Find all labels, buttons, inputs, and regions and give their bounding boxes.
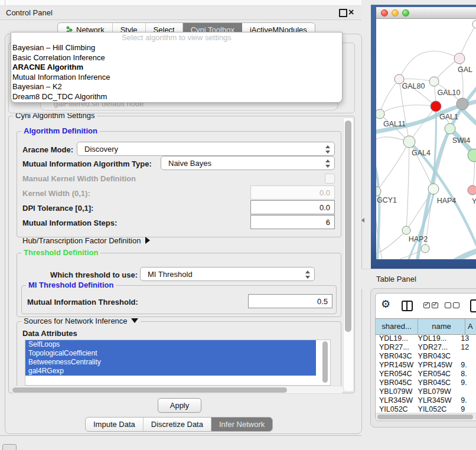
table-cell[interactable]: [457, 387, 476, 396]
table-cell[interactable]: YBL079W: [376, 387, 415, 396]
table-cell[interactable]: YER054C: [415, 370, 458, 379]
tab-discretize-data[interactable]: Discretize Data: [144, 418, 211, 431]
which-threshold-select[interactable]: MI Threshold: [140, 267, 315, 281]
table-cell[interactable]: 9.: [457, 396, 476, 405]
mi-algorithm-type-value: Naive Bayes: [168, 159, 211, 168]
settings-scrollbar-thumb[interactable]: [345, 120, 351, 332]
network-node[interactable]: [457, 98, 468, 110]
network-node-hap4[interactable]: [428, 184, 439, 194]
column-header-third[interactable]: A: [465, 319, 476, 334]
table-cell[interactable]: YLR345W: [376, 396, 415, 405]
network-node-y[interactable]: [468, 185, 476, 195]
attribute-list-item[interactable]: gal4RGexp: [25, 367, 316, 376]
mi-steps-label: Mutual Information Steps:: [22, 219, 117, 227]
settings-horizontal-scrollbar[interactable]: [11, 386, 344, 394]
apply-button[interactable]: Apply: [158, 398, 201, 413]
zoom-traffic-light-icon[interactable]: [402, 9, 409, 17]
table-hscroll-thumb[interactable]: [377, 415, 473, 419]
network-view-window[interactable]: GALGAL80GAL10GAL1GAL11SWI4GAL4GCY1HAP4YH…: [371, 5, 476, 269]
table-cell[interactable]: YDL19...: [415, 334, 458, 343]
table-cell[interactable]: YER054C: [376, 370, 415, 379]
attribute-list-item[interactable]: SelfLoops: [25, 340, 316, 349]
table-row[interactable]: YBR045CYBR045C9.: [376, 379, 476, 387]
algorithm-option-dream8[interactable]: Dream8 DC_TDC Algorithm: [11, 92, 342, 102]
network-window-titlebar[interactable]: [376, 7, 476, 19]
settings-vertical-scrollbar[interactable]: [343, 118, 354, 392]
float-window-icon[interactable]: [339, 9, 347, 17]
table-cell[interactable]: YPR145W: [415, 361, 458, 370]
algorithm-option-bayesian-hill-climbing[interactable]: Bayesian – Hill Climbing: [11, 43, 342, 53]
which-threshold-value: MI Threshold: [148, 270, 193, 279]
table-cell[interactable]: YBL079W: [415, 387, 458, 396]
tab-impute-data[interactable]: Impute Data: [86, 418, 144, 431]
gear-icon[interactable]: ⚙: [381, 298, 390, 310]
hscrollbar-thumb[interactable]: [12, 387, 287, 393]
mi-threshold-field[interactable]: 0.5: [248, 294, 332, 308]
split-columns-icon[interactable]: [402, 301, 413, 311]
table-cell[interactable]: YPR145W: [376, 361, 415, 370]
table-cell[interactable]: YBR043C: [415, 352, 458, 361]
table-cell[interactable]: 9.: [457, 361, 476, 370]
bottom-left-button[interactable]: [2, 444, 17, 450]
table-horizontal-scrollbar[interactable]: [376, 413, 476, 420]
column-header-name[interactable]: name: [418, 319, 465, 334]
table-cell[interactable]: 8.: [457, 370, 476, 379]
algorithm-option-bayesian-k2[interactable]: Bayesian – K2: [11, 82, 342, 92]
column-header-shared-name[interactable]: shared...: [376, 319, 418, 334]
table-cell[interactable]: [457, 352, 476, 361]
select-all-checkbox-icon[interactable]: [423, 302, 430, 308]
aracne-mode-select[interactable]: Discovery: [77, 142, 335, 156]
table-cell[interactable]: 12: [457, 343, 476, 352]
algorithm-option-basic-correlation[interactable]: Basic Correlation Inference: [11, 53, 342, 63]
table-cell[interactable]: 9.: [457, 379, 476, 387]
attribute-list-item[interactable]: BetweennessCentrality: [25, 358, 316, 367]
table-cell[interactable]: YBR045C: [415, 379, 458, 387]
table-row[interactable]: YLR345WYLR345W9.: [376, 396, 476, 405]
tab-infer-network[interactable]: Infer Network: [211, 418, 272, 431]
hub-definition-toggle[interactable]: Hub/Transcription Factor Definition: [22, 236, 150, 245]
table-row[interactable]: YBL079WYBL079W: [376, 387, 476, 396]
sources-group-title[interactable]: Sources for Network Inference: [21, 317, 141, 325]
table-row[interactable]: YER054CYER054C8.: [376, 370, 476, 379]
network-canvas[interactable]: GALGAL80GAL10GAL1GAL11SWI4GAL4GCY1HAP4YH…: [376, 19, 476, 259]
splitter-collapse-arrow[interactable]: [361, 218, 364, 223]
minimize-traffic-light-icon[interactable]: [392, 9, 399, 17]
dpi-tolerance-field[interactable]: 0.0: [250, 200, 335, 214]
network-node-gal[interactable]: [454, 53, 465, 64]
network-node-gal11[interactable]: [376, 109, 384, 119]
table-row[interactable]: YDL19...YDL19...13: [376, 334, 476, 343]
network-edge: [380, 105, 436, 114]
table-cell[interactable]: YBR045C: [376, 379, 415, 387]
network-node-gcy1[interactable]: [376, 187, 381, 196]
export-table-icon[interactable]: [470, 299, 476, 312]
table-row[interactable]: YBR043CYBR043C: [376, 352, 476, 361]
table-row[interactable]: YDR27...YDR27...12: [376, 343, 476, 352]
list-scrollbar-thumb[interactable]: [322, 341, 328, 383]
close-icon[interactable]: ×: [348, 6, 354, 19]
table-cell[interactable]: YDL19...: [376, 334, 415, 343]
node-label: GAL10: [438, 89, 461, 97]
mi-steps-field[interactable]: 6: [250, 215, 335, 229]
table-cell[interactable]: YDR27...: [415, 343, 458, 352]
network-node-gal4[interactable]: [403, 136, 415, 148]
network-node-gal10[interactable]: [429, 77, 439, 86]
deselect-all-checkbox-icon[interactable]: [445, 302, 451, 308]
kernel-width-field[interactable]: 0.0: [250, 185, 335, 200]
table-cell[interactable]: 13: [457, 334, 476, 343]
network-node[interactable]: [421, 244, 429, 253]
network-node-gal1[interactable]: [431, 101, 441, 112]
mi-algorithm-type-select[interactable]: Naive Bayes: [161, 156, 335, 170]
manual-kernel-width-checkbox[interactable]: [325, 174, 335, 184]
attribute-list-item[interactable]: TopologicalCoefficient: [25, 349, 316, 358]
algorithm-option-aracne[interactable]: ARACNE Algorithm: [11, 63, 342, 73]
table-cell[interactable]: YBR043C: [376, 352, 415, 361]
table-row[interactable]: YPR145WYPR145W9.: [376, 361, 476, 370]
network-node[interactable]: [472, 20, 476, 28]
network-node-hap2[interactable]: [402, 226, 410, 234]
node-label: GAL11: [383, 120, 406, 128]
table-cell[interactable]: YDR27...: [376, 343, 415, 352]
network-node-swi4[interactable]: [445, 123, 455, 134]
algorithm-option-mutual-information[interactable]: Mutual Information Inference: [11, 73, 342, 83]
table-cell[interactable]: YLR345W: [415, 396, 458, 405]
close-traffic-light-icon[interactable]: [381, 9, 388, 17]
